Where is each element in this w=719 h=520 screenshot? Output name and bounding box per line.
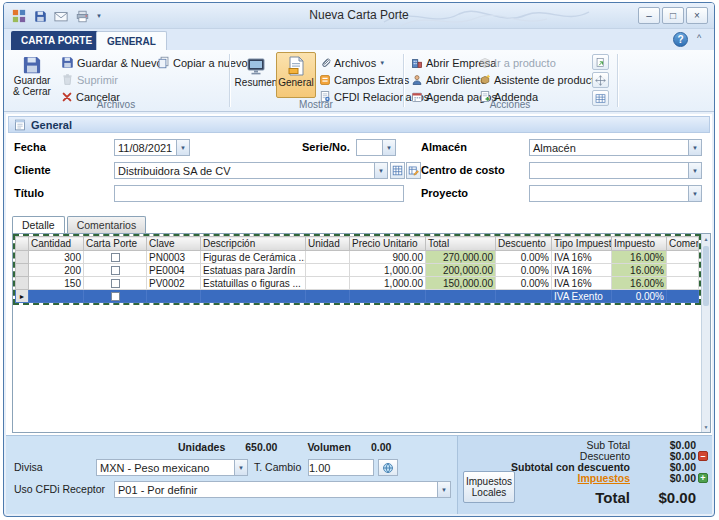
cell-tipo-impuesto[interactable]: IVA 16% (552, 251, 612, 264)
cliente-edit-button[interactable] (406, 162, 421, 179)
cell-unidad[interactable] (306, 251, 350, 264)
header-row-selector[interactable] (16, 237, 29, 251)
cell-descripcion[interactable]: Figuras de Cerámica ... (201, 251, 306, 264)
cell-precio[interactable] (350, 290, 426, 303)
cell-descuento[interactable]: 0.00% (496, 251, 552, 264)
cell-impuesto[interactable]: 16.00% (612, 264, 667, 277)
caret-down-icon[interactable]: ▼ (688, 140, 701, 155)
campos-extras-button[interactable]: Campos Extras (316, 71, 412, 88)
cell-unidad[interactable] (306, 290, 350, 303)
cell-total[interactable]: 200,000.00 (426, 264, 496, 277)
cell-impuesto[interactable]: 0.00% (612, 290, 667, 303)
titlebar[interactable]: ▼ Nueva Carta Porte – □ × (4, 3, 714, 29)
col-header-cantidad[interactable]: Cantidad (29, 237, 84, 251)
cell-comentarios[interactable] (667, 277, 699, 290)
grid-vertical-scrollbar[interactable]: ▲ ▼ (701, 234, 710, 432)
cell-descripcion[interactable]: Estatuas para Jardín (201, 264, 306, 277)
col-header-impuesto[interactable]: Impuesto (612, 237, 667, 251)
asistente-producto-button[interactable]: Asistente de producto (476, 71, 603, 88)
cell-descripcion[interactable]: Estatuillas o figuras ... (201, 277, 306, 290)
cell-clave[interactable] (147, 290, 201, 303)
cell-descuento[interactable]: 0.00% (496, 277, 552, 290)
collapse-ribbon-button[interactable]: ^ (692, 33, 706, 47)
expand-tool-button[interactable] (592, 72, 609, 88)
cell-descuento[interactable]: 0.00% (496, 264, 552, 277)
scrollbar-thumb[interactable] (703, 246, 709, 306)
centro-costo-combobox[interactable]: ▼ (529, 162, 702, 179)
carta-porte-checkbox[interactable] (111, 292, 120, 301)
cell-total[interactable]: 270,000.00 (426, 251, 496, 264)
cell-impuesto[interactable]: 16.00% (612, 251, 667, 264)
row-selector[interactable] (16, 277, 29, 290)
scroll-up-icon[interactable]: ▲ (702, 234, 710, 244)
carta-porte-checkbox[interactable] (111, 266, 120, 275)
carta-porte-checkbox[interactable] (111, 253, 120, 262)
minimize-button[interactable]: – (638, 7, 660, 24)
cell-cantidad[interactable] (29, 290, 84, 303)
cell-clave[interactable]: PV0002 (147, 277, 201, 290)
suprimir-button[interactable]: Suprimir (58, 71, 121, 88)
cell-descripcion[interactable] (201, 290, 306, 303)
col-header-descripcion[interactable]: Descripción (201, 237, 306, 251)
carta-porte-checkbox[interactable] (111, 279, 120, 288)
col-header-precio-unitario[interactable]: Precio Unitario (350, 237, 426, 251)
cell-clave[interactable]: PN0003 (147, 251, 201, 264)
serie-combobox[interactable]: ▼ (356, 139, 396, 156)
caret-down-icon[interactable]: ▼ (382, 140, 395, 155)
cell-unidad[interactable] (306, 264, 350, 277)
help-button[interactable]: ? (673, 32, 688, 47)
cell-precio[interactable]: 1,000.00 (350, 277, 426, 290)
maximize-button[interactable]: □ (662, 7, 684, 24)
uso-cfdi-combobox[interactable]: P01 - Por definir ▼ (114, 481, 451, 498)
proyecto-combobox[interactable]: ▼ (529, 185, 702, 202)
col-header-clave[interactable]: Clave (147, 237, 201, 251)
tab-carta-porte[interactable]: CARTA PORTE (11, 31, 102, 50)
guardar-cerrar-button[interactable]: Guardar & Cerrar (8, 52, 56, 98)
almacen-combobox[interactable]: Almacén ▼ (529, 139, 702, 156)
row-selector[interactable] (16, 251, 29, 264)
titulo-input[interactable] (114, 185, 404, 202)
caret-down-icon[interactable]: ▼ (234, 460, 247, 475)
cell-clave[interactable]: PE0004 (147, 264, 201, 277)
cell-comentarios[interactable] (667, 251, 699, 264)
tcambio-input[interactable]: 1.00 (308, 459, 374, 476)
cell-descuento[interactable] (496, 290, 552, 303)
divisa-combobox[interactable]: MXN - Peso mexicano ▼ (96, 459, 248, 476)
cell-cantidad[interactable]: 150 (29, 277, 84, 290)
col-header-tipo-impuesto[interactable]: Tipo Impuesto (552, 237, 612, 251)
cell-cantidad[interactable]: 300 (29, 251, 84, 264)
col-header-unidad[interactable]: Unidad (306, 237, 350, 251)
cell-tipo-impuesto[interactable]: IVA 16% (552, 277, 612, 290)
col-header-carta-porte[interactable]: Carta Porte (84, 237, 147, 251)
cell-precio[interactable]: 1,000.00 (350, 264, 426, 277)
cell-comentarios[interactable] (667, 290, 699, 303)
scroll-down-icon[interactable]: ▼ (702, 422, 710, 432)
col-header-total[interactable]: Total (426, 237, 496, 251)
cell-precio[interactable]: 900.00 (350, 251, 426, 264)
cell-tipo-impuesto[interactable]: IVA 16% (552, 264, 612, 277)
cell-comentarios[interactable] (667, 264, 699, 277)
cell-total[interactable]: 150,000.00 (426, 277, 496, 290)
cell-total[interactable] (426, 290, 496, 303)
col-header-descuento[interactable]: Descuento (496, 237, 552, 251)
exchange-rate-button[interactable] (378, 459, 398, 476)
cliente-lookup-button[interactable] (390, 162, 405, 179)
cell-unidad[interactable] (306, 277, 350, 290)
cliente-combobox[interactable]: Distribuidora SA de CV ▼ (114, 162, 388, 179)
caret-down-icon[interactable]: ▼ (688, 163, 701, 178)
general-button[interactable]: General (276, 52, 316, 98)
resumen-button[interactable]: Resumen (236, 52, 276, 98)
cell-cantidad[interactable]: 200 (29, 264, 84, 277)
tab-detalle[interactable]: Detalle (12, 216, 65, 233)
ir-a-producto-button[interactable]: Ir a producto (476, 54, 559, 71)
archivos-dropdown-button[interactable]: Archivos ▼ (316, 54, 388, 71)
fecha-combobox[interactable]: 11/08/2021 ▼ (114, 139, 190, 156)
tab-general[interactable]: GENERAL (96, 31, 167, 50)
cell-impuesto[interactable]: 16.00% (612, 277, 667, 290)
col-header-comentarios[interactable]: Comenta... (667, 237, 699, 251)
current-row-marker[interactable]: ► (16, 290, 29, 303)
caret-down-icon[interactable]: ▼ (437, 482, 450, 497)
product-doc-tool-button[interactable] (592, 54, 609, 70)
row-selector[interactable] (16, 264, 29, 277)
tab-comentarios[interactable]: Comentarios (67, 216, 147, 233)
